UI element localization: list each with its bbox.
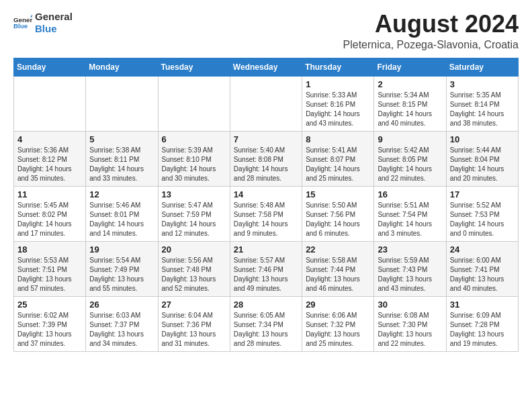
week-row-5: 25Sunrise: 6:02 AM Sunset: 7:39 PM Dayli… [14,296,519,351]
calendar-cell: 14Sunrise: 5:48 AM Sunset: 7:58 PM Dayli… [230,186,302,241]
calendar-cell [158,76,230,131]
day-number: 12 [89,189,154,199]
calendar-cell: 31Sunrise: 6:09 AM Sunset: 7:28 PM Dayli… [446,296,518,351]
day-number: 30 [378,300,442,310]
day-number: 2 [378,79,442,89]
calendar-cell: 11Sunrise: 5:45 AM Sunset: 8:02 PM Dayli… [14,186,86,241]
calendar-cell: 1Sunrise: 5:33 AM Sunset: 8:16 PM Daylig… [302,76,374,131]
cell-text: Sunrise: 5:34 AM Sunset: 8:15 PM Dayligh… [378,91,442,128]
logo-general-text: General [35,11,73,23]
cell-text: Sunrise: 5:33 AM Sunset: 8:16 PM Dayligh… [306,91,370,128]
day-number: 18 [17,244,82,255]
location-title: Pleternica, Pozega-Slavonia, Croatia [343,39,519,51]
cell-text: Sunrise: 5:47 AM Sunset: 7:59 PM Dayligh… [162,201,226,238]
calendar-cell: 21Sunrise: 5:57 AM Sunset: 7:46 PM Dayli… [230,241,302,296]
week-row-3: 11Sunrise: 5:45 AM Sunset: 8:02 PM Dayli… [14,186,519,241]
cell-text: Sunrise: 5:59 AM Sunset: 7:43 PM Dayligh… [378,256,442,293]
calendar-cell: 23Sunrise: 5:59 AM Sunset: 7:43 PM Dayli… [374,241,446,296]
day-number: 17 [450,189,515,199]
cell-text: Sunrise: 6:02 AM Sunset: 7:39 PM Dayligh… [17,311,82,349]
day-number: 25 [17,300,82,310]
day-number: 19 [89,244,154,255]
day-number: 11 [17,189,82,199]
svg-text:Blue: Blue [13,22,28,30]
cell-text: Sunrise: 6:05 AM Sunset: 7:34 PM Dayligh… [234,311,298,349]
day-header-friday: Friday [374,58,446,76]
calendar-cell: 10Sunrise: 5:44 AM Sunset: 8:04 PM Dayli… [446,131,518,186]
calendar-cell: 9Sunrise: 5:42 AM Sunset: 8:05 PM Daylig… [374,131,446,186]
calendar-cell: 26Sunrise: 6:03 AM Sunset: 7:37 PM Dayli… [86,296,158,351]
calendar-cell: 19Sunrise: 5:54 AM Sunset: 7:49 PM Dayli… [86,241,158,296]
calendar-cell: 17Sunrise: 5:52 AM Sunset: 7:53 PM Dayli… [446,186,518,241]
day-number: 5 [89,134,154,144]
calendar-cell: 28Sunrise: 6:05 AM Sunset: 7:34 PM Dayli… [230,296,302,351]
cell-text: Sunrise: 5:42 AM Sunset: 8:05 PM Dayligh… [378,146,442,183]
calendar-cell: 5Sunrise: 5:38 AM Sunset: 8:11 PM Daylig… [86,131,158,186]
logo-icon: General Blue [13,13,32,32]
calendar-cell: 4Sunrise: 5:36 AM Sunset: 8:12 PM Daylig… [14,131,86,186]
logo-blue-text: Blue [35,23,73,35]
day-number: 21 [234,244,298,255]
calendar-cell [86,76,158,131]
calendar-cell: 13Sunrise: 5:47 AM Sunset: 7:59 PM Dayli… [158,186,230,241]
day-number: 24 [450,244,515,255]
cell-text: Sunrise: 5:45 AM Sunset: 8:02 PM Dayligh… [17,201,82,238]
calendar-cell: 25Sunrise: 6:02 AM Sunset: 7:39 PM Dayli… [14,296,86,351]
cell-text: Sunrise: 6:06 AM Sunset: 7:32 PM Dayligh… [306,311,370,349]
day-number: 16 [378,189,442,199]
calendar-cell: 18Sunrise: 5:53 AM Sunset: 7:51 PM Dayli… [14,241,86,296]
day-number: 28 [234,300,298,310]
header-section: General Blue General Blue August 2024 Pl… [13,11,519,51]
logo: General Blue General Blue [13,11,73,35]
day-number: 20 [162,244,226,255]
day-number: 26 [89,300,154,310]
cell-text: Sunrise: 5:38 AM Sunset: 8:11 PM Dayligh… [89,146,154,183]
cell-text: Sunrise: 5:44 AM Sunset: 8:04 PM Dayligh… [450,146,515,183]
calendar-cell: 22Sunrise: 5:58 AM Sunset: 7:44 PM Dayli… [302,241,374,296]
day-number: 6 [162,134,226,144]
day-number: 4 [17,134,82,144]
cell-text: Sunrise: 5:46 AM Sunset: 8:01 PM Dayligh… [89,201,154,238]
cell-text: Sunrise: 6:03 AM Sunset: 7:37 PM Dayligh… [89,311,154,349]
month-title: August 2024 [343,11,519,38]
cell-text: Sunrise: 5:53 AM Sunset: 7:51 PM Dayligh… [17,256,82,293]
day-number: 27 [162,300,226,310]
week-row-4: 18Sunrise: 5:53 AM Sunset: 7:51 PM Dayli… [14,241,519,296]
day-number: 23 [378,244,442,255]
calendar-cell: 16Sunrise: 5:51 AM Sunset: 7:54 PM Dayli… [374,186,446,241]
cell-text: Sunrise: 5:50 AM Sunset: 7:56 PM Dayligh… [306,201,370,238]
day-number: 7 [234,134,298,144]
cell-text: Sunrise: 5:51 AM Sunset: 7:54 PM Dayligh… [378,201,442,238]
day-header-thursday: Thursday [302,58,374,76]
cell-text: Sunrise: 5:52 AM Sunset: 7:53 PM Dayligh… [450,201,515,238]
day-header-wednesday: Wednesday [230,58,302,76]
cell-text: Sunrise: 5:36 AM Sunset: 8:12 PM Dayligh… [17,146,82,183]
header-row: SundayMondayTuesdayWednesdayThursdayFrid… [14,58,519,76]
cell-text: Sunrise: 6:09 AM Sunset: 7:28 PM Dayligh… [450,311,515,349]
calendar-cell: 2Sunrise: 5:34 AM Sunset: 8:15 PM Daylig… [374,76,446,131]
day-number: 14 [234,189,298,199]
calendar-cell: 15Sunrise: 5:50 AM Sunset: 7:56 PM Dayli… [302,186,374,241]
cell-text: Sunrise: 5:40 AM Sunset: 8:08 PM Dayligh… [234,146,298,183]
day-number: 10 [450,134,515,144]
week-row-2: 4Sunrise: 5:36 AM Sunset: 8:12 PM Daylig… [14,131,519,186]
calendar-cell: 30Sunrise: 6:08 AM Sunset: 7:30 PM Dayli… [374,296,446,351]
calendar-table: SundayMondayTuesdayWednesdayThursdayFrid… [13,58,519,352]
day-number: 29 [306,300,370,310]
day-header-tuesday: Tuesday [158,58,230,76]
title-block: August 2024 Pleternica, Pozega-Slavonia,… [343,11,519,51]
cell-text: Sunrise: 6:08 AM Sunset: 7:30 PM Dayligh… [378,311,442,349]
day-header-monday: Monday [86,58,158,76]
day-number: 13 [162,189,226,199]
day-number: 1 [306,79,370,89]
calendar-cell: 29Sunrise: 6:06 AM Sunset: 7:32 PM Dayli… [302,296,374,351]
cell-text: Sunrise: 5:39 AM Sunset: 8:10 PM Dayligh… [162,146,226,183]
calendar-cell: 7Sunrise: 5:40 AM Sunset: 8:08 PM Daylig… [230,131,302,186]
calendar-cell: 24Sunrise: 6:00 AM Sunset: 7:41 PM Dayli… [446,241,518,296]
cell-text: Sunrise: 5:41 AM Sunset: 8:07 PM Dayligh… [306,146,370,183]
day-number: 22 [306,244,370,255]
calendar-cell [230,76,302,131]
cell-text: Sunrise: 5:58 AM Sunset: 7:44 PM Dayligh… [306,256,370,293]
day-number: 9 [378,134,442,144]
cell-text: Sunrise: 5:56 AM Sunset: 7:48 PM Dayligh… [162,256,226,293]
